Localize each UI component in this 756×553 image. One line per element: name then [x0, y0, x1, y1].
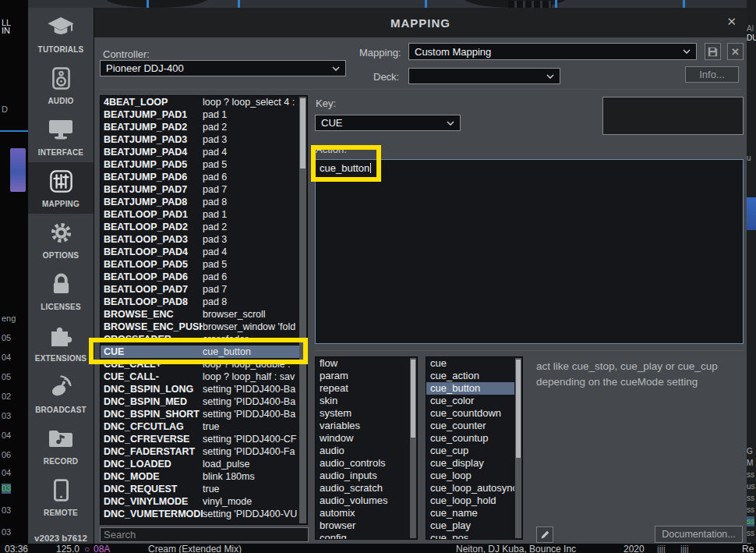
sidebar-item-options[interactable]: OPTIONS	[28, 214, 94, 265]
mapping-row[interactable]: DNC_LOADED load_pulse	[101, 458, 300, 470]
mapping-row[interactable]: CUE_CALL+ loop ? loop_double :	[101, 358, 300, 370]
sidebar-item-interface[interactable]: INTERFACE	[28, 111, 94, 162]
category-item[interactable]: audio_controls	[316, 457, 409, 470]
mapping-row[interactable]: DNC_BSPIN_LONG setting 'PIDDJ400-Ba	[101, 383, 300, 395]
sidebar-item-remote[interactable]: REMOTE	[28, 471, 94, 523]
dialog-titlebar: MAPPING ✕	[94, 8, 747, 37]
category-item[interactable]: variables	[316, 420, 409, 432]
action-item[interactable]: cue_loop_autosync	[426, 482, 514, 495]
search-input[interactable]	[100, 527, 309, 542]
action-item[interactable]: cue_pos	[426, 532, 514, 540]
sidebar-item-audio[interactable]: AUDIO	[28, 59, 94, 111]
action-item[interactable]: cue_loop	[426, 470, 514, 482]
category-item[interactable]: system	[316, 407, 409, 420]
action-item[interactable]: cue_action	[426, 370, 514, 382]
mapping-row[interactable]: CROSSFADER crossfader	[101, 333, 300, 346]
category-scrollbar[interactable]	[410, 358, 416, 538]
mapping-row[interactable]: BEATJUMP_PAD1 pad 1	[101, 108, 300, 121]
documentation-button[interactable]: Documentation...	[655, 526, 743, 543]
mapping-row[interactable]: BEATLOOP_PAD5 pad 5	[101, 258, 300, 271]
category-item[interactable]: config	[316, 532, 409, 540]
sidebar-item-record[interactable]: RECORD	[28, 420, 94, 471]
controller-keys-list[interactable]: 4BEAT_LOOP loop ? loop_select 4 : BEATJU…	[100, 95, 308, 525]
mapping-row[interactable]: DNC_FADERSTART setting 'PIDDJ400-Fa	[101, 445, 300, 458]
controller-dropdown[interactable]: Pioneer DDJ-400	[100, 60, 346, 76]
action-category-list[interactable]: flowparamrepeatskinsystemvariableswindow…	[315, 356, 418, 540]
action-name-list[interactable]: cuecue_actioncue_buttoncue_colorcue_coun…	[426, 356, 523, 540]
close-icon[interactable]: ✕	[726, 15, 737, 29]
action-item[interactable]: cue_cup	[426, 445, 514, 457]
info-button[interactable]: Info...	[685, 66, 739, 83]
sidebar-item-tutorials[interactable]: TUTORIALS	[28, 8, 94, 59]
mapping-row[interactable]: BEATLOOP_PAD7 pad 7	[101, 283, 300, 296]
mapping-row[interactable]: BEATLOOP_PAD3 pad 3	[101, 233, 300, 246]
mapping-row[interactable]: DNC_MODE blink 180ms	[101, 470, 300, 483]
action-item[interactable]: cue_name	[426, 507, 514, 519]
edit-action-button[interactable]	[536, 526, 553, 543]
scrollbar-thumb[interactable]	[300, 98, 306, 168]
action-editor[interactable]: cue_button	[315, 159, 744, 344]
mapping-row[interactable]: DNC_BSPIN_MED setting 'PIDDJ400-Ba	[101, 395, 300, 408]
mapping-row[interactable]: BROWSE_ENC_PUSH browser_window 'fold	[101, 321, 300, 333]
category-item[interactable]: automix	[316, 507, 409, 519]
mapping-row[interactable]: BEATLOOP_PAD4 pad 4	[101, 246, 300, 258]
category-item[interactable]: param	[316, 370, 409, 382]
mapping-row[interactable]: DNC_REQUEST true	[101, 483, 300, 495]
keys-list-scrollbar[interactable]	[299, 97, 306, 523]
mapping-row[interactable]: BEATJUMP_PAD8 pad 8	[101, 196, 300, 208]
mapping-row[interactable]: 4BEAT_LOOP loop ? loop_select 4 :	[101, 96, 300, 108]
action-item[interactable]: cue_countup	[426, 432, 514, 445]
category-item[interactable]: audio_inputs	[316, 470, 409, 482]
waveform-fragment	[10, 148, 26, 192]
mapping-row[interactable]: BEATJUMP_PAD5 pad 5	[101, 158, 300, 171]
background-text-fragment: ss	[747, 528, 754, 538]
mapping-row[interactable]: BEATLOOP_PAD8 pad 8	[101, 296, 300, 308]
mapping-row[interactable]: DNC_VUMETERMODE setting 'PIDDJ400-VU	[101, 508, 300, 520]
action-item[interactable]: cue	[426, 357, 514, 370]
delete-mapping-button[interactable]: ✕	[727, 43, 744, 60]
category-item[interactable]: audio	[316, 445, 409, 457]
action-scrollbar[interactable]	[515, 358, 521, 538]
mapping-row[interactable]: BROWSE_ENC browser_scroll	[101, 308, 300, 321]
mapping-dropdown[interactable]: Custom Mapping	[408, 43, 697, 60]
sidebar-item-broadcast[interactable]: BROADCAST	[28, 368, 94, 420]
category-item[interactable]: audio_scratch	[316, 482, 409, 495]
mapping-row[interactable]: BEATJUMP_PAD4 pad 4	[101, 146, 300, 158]
action-item[interactable]: cue_counter	[426, 420, 514, 432]
action-item[interactable]: cue_play	[426, 519, 514, 532]
deck-dropdown[interactable]	[408, 68, 560, 84]
mapping-row[interactable]: DNC_VINYLMODE vinyl_mode	[101, 495, 300, 508]
mapping-row[interactable]: BEATLOOP_PAD1 pad 1	[101, 208, 300, 221]
action-item[interactable]: cue_loop_hold	[426, 495, 514, 507]
mapping-row[interactable]: BEATLOOP_PAD2 pad 2	[101, 221, 300, 233]
mapping-row[interactable]: BEATJUMP_PAD6 pad 6	[101, 171, 300, 183]
mapping-row[interactable]: DNC_CFCUTLAG true	[101, 420, 300, 433]
action-item[interactable]: cue_button	[426, 382, 514, 395]
category-item[interactable]: window	[316, 432, 409, 445]
sidebar-item-licenses[interactable]: LICENSES	[28, 265, 94, 317]
category-item[interactable]: flow	[316, 357, 409, 370]
mapping-row[interactable]: BEATLOOP_PAD6 pad 6	[101, 271, 300, 283]
mapping-row[interactable]: CUE_CALL- loop ? loop_half : sav	[101, 370, 300, 383]
category-item[interactable]: browser	[316, 519, 409, 532]
action-item[interactable]: cue_color	[426, 395, 514, 407]
chevron-down-icon	[447, 121, 454, 126]
save-mapping-button[interactable]	[705, 43, 721, 60]
mapping-row[interactable]: BEATJUMP_PAD7 pad 7	[101, 183, 300, 196]
key-dropdown[interactable]: CUE	[315, 115, 461, 131]
category-item[interactable]: audio_volumes	[316, 495, 409, 507]
version-label: v2023 b7612	[28, 534, 94, 543]
scrollbar-thumb[interactable]	[516, 360, 521, 458]
mapping-row[interactable]: DNC_CFREVERSE setting 'PIDDJ400-CF	[101, 433, 300, 445]
category-item[interactable]: skin	[316, 395, 409, 407]
scrollbar-thumb[interactable]	[411, 360, 415, 438]
mapping-row[interactable]: DNC_BSPIN_SHORT setting 'PIDDJ400-Ba	[101, 408, 300, 420]
mapping-row[interactable]: CUE cue_button	[101, 346, 300, 358]
sidebar-item-mapping[interactable]: MAPPING	[28, 162, 94, 214]
mapping-row[interactable]: BEATJUMP_PAD3 pad 3	[101, 133, 300, 146]
category-item[interactable]: repeat	[316, 382, 409, 395]
action-item[interactable]: cue_display	[426, 457, 514, 470]
sidebar-item-extensions[interactable]: EXTENSIONS	[28, 317, 94, 368]
mapping-row[interactable]: BEATJUMP_PAD2 pad 2	[101, 121, 300, 133]
action-item[interactable]: cue_countdown	[426, 407, 514, 420]
